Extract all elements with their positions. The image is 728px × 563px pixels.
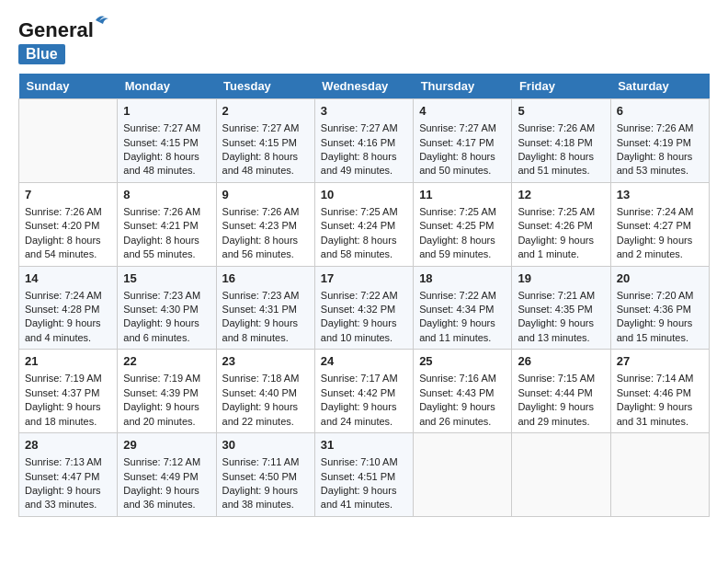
calendar-cell: 27Sunrise: 7:14 AMSunset: 4:46 PMDayligh… xyxy=(610,350,709,433)
weekday-header-wednesday: Wednesday xyxy=(314,74,413,99)
calendar-cell: 14Sunrise: 7:24 AMSunset: 4:28 PMDayligh… xyxy=(19,266,118,350)
day-info: Sunset: 4:44 PM xyxy=(518,386,604,400)
day-info: Sunrise: 7:21 AM xyxy=(518,289,604,303)
calendar-cell: 10Sunrise: 7:25 AMSunset: 4:24 PMDayligh… xyxy=(314,182,413,266)
day-info: and 55 minutes. xyxy=(123,247,210,261)
day-number: 16 xyxy=(222,270,309,287)
day-info: and 33 minutes. xyxy=(25,498,111,511)
calendar-header-row: SundayMondayTuesdayWednesdayThursdayFrid… xyxy=(19,74,710,99)
day-info: Daylight: 9 hours xyxy=(25,316,111,330)
day-info: and 6 minutes. xyxy=(123,331,210,345)
day-info: and 58 minutes. xyxy=(321,247,407,261)
calendar-cell: 17Sunrise: 7:22 AMSunset: 4:32 PMDayligh… xyxy=(314,266,413,350)
day-info: and 8 minutes. xyxy=(222,331,309,345)
calendar-cell: 23Sunrise: 7:18 AMSunset: 4:40 PMDayligh… xyxy=(216,350,314,433)
day-info: Daylight: 8 hours xyxy=(222,234,309,247)
logo-blue-text: Blue xyxy=(26,46,58,62)
day-info: Sunrise: 7:20 AM xyxy=(617,289,703,303)
day-info: Sunset: 4:32 PM xyxy=(321,303,407,316)
day-info: and 1 minute. xyxy=(518,247,604,261)
calendar-cell: 8Sunrise: 7:26 AMSunset: 4:21 PMDaylight… xyxy=(118,182,216,266)
day-info: Daylight: 9 hours xyxy=(222,484,309,498)
day-number: 21 xyxy=(25,353,111,370)
calendar-cell: 22Sunrise: 7:19 AMSunset: 4:39 PMDayligh… xyxy=(118,350,216,433)
day-info: Sunset: 4:24 PM xyxy=(321,219,407,233)
calendar-cell: 20Sunrise: 7:20 AMSunset: 4:36 PMDayligh… xyxy=(610,266,709,350)
day-info: Sunrise: 7:23 AM xyxy=(222,289,309,303)
day-info: and 56 minutes. xyxy=(222,247,309,261)
day-info: Sunrise: 7:22 AM xyxy=(419,289,506,303)
day-info: Sunset: 4:20 PM xyxy=(25,219,111,233)
day-info: Daylight: 8 hours xyxy=(419,234,506,247)
calendar-cell xyxy=(19,99,118,183)
day-info: Daylight: 9 hours xyxy=(419,400,506,414)
day-info: and 53 minutes. xyxy=(617,164,703,178)
day-info: Daylight: 8 hours xyxy=(617,150,703,164)
day-info: Daylight: 9 hours xyxy=(321,400,407,414)
day-info: Sunset: 4:16 PM xyxy=(321,136,407,150)
day-info: Sunrise: 7:25 AM xyxy=(321,205,407,219)
day-info: and 38 minutes. xyxy=(222,498,309,511)
day-info: Daylight: 9 hours xyxy=(123,316,210,330)
day-number: 11 xyxy=(419,187,506,203)
day-info: Daylight: 9 hours xyxy=(25,484,111,498)
day-info: Sunrise: 7:16 AM xyxy=(419,372,506,385)
day-info: Sunset: 4:50 PM xyxy=(222,470,309,484)
day-info: Sunset: 4:36 PM xyxy=(617,303,703,316)
calendar-cell: 12Sunrise: 7:25 AMSunset: 4:26 PMDayligh… xyxy=(512,182,610,266)
day-number: 19 xyxy=(518,270,604,287)
day-info: and 24 minutes. xyxy=(321,415,407,429)
calendar-cell: 1Sunrise: 7:27 AMSunset: 4:15 PMDaylight… xyxy=(118,99,216,183)
weekday-header-saturday: Saturday xyxy=(610,74,709,99)
day-info: Daylight: 9 hours xyxy=(617,316,703,330)
day-info: Sunrise: 7:18 AM xyxy=(222,372,309,385)
day-info: Sunrise: 7:17 AM xyxy=(321,372,407,385)
weekday-header-thursday: Thursday xyxy=(414,74,512,99)
logo-wordmark: General xyxy=(18,18,94,42)
day-info: and 20 minutes. xyxy=(123,415,210,429)
day-info: Sunrise: 7:27 AM xyxy=(419,121,506,135)
logo-general: General xyxy=(18,18,94,41)
day-info: Sunrise: 7:19 AM xyxy=(25,372,111,385)
day-info: and 48 minutes. xyxy=(123,164,210,178)
logo-bird-icon xyxy=(92,11,110,29)
day-info: Daylight: 9 hours xyxy=(518,400,604,414)
calendar-cell: 19Sunrise: 7:21 AMSunset: 4:35 PMDayligh… xyxy=(512,266,610,350)
day-info: Daylight: 9 hours xyxy=(518,234,604,247)
day-info: Sunrise: 7:26 AM xyxy=(617,121,703,135)
day-info: Sunrise: 7:26 AM xyxy=(222,205,309,219)
day-info: Sunset: 4:30 PM xyxy=(123,303,210,316)
day-info: Sunrise: 7:27 AM xyxy=(123,121,210,135)
calendar-cell: 3Sunrise: 7:27 AMSunset: 4:16 PMDaylight… xyxy=(314,99,413,183)
day-info: Sunrise: 7:27 AM xyxy=(321,121,407,135)
day-info: Daylight: 9 hours xyxy=(222,316,309,330)
day-info: and 15 minutes. xyxy=(617,331,703,345)
calendar-week-5: 28Sunrise: 7:13 AMSunset: 4:47 PMDayligh… xyxy=(19,433,710,517)
day-info: Daylight: 8 hours xyxy=(518,150,604,164)
day-info: Daylight: 8 hours xyxy=(321,234,407,247)
day-number: 10 xyxy=(321,187,407,203)
day-number: 30 xyxy=(222,437,309,454)
day-number: 6 xyxy=(617,103,703,120)
calendar-cell: 28Sunrise: 7:13 AMSunset: 4:47 PMDayligh… xyxy=(19,433,118,517)
day-info: Sunrise: 7:15 AM xyxy=(518,372,604,385)
day-info: Sunset: 4:15 PM xyxy=(222,136,309,150)
day-info: Sunrise: 7:24 AM xyxy=(617,205,703,219)
calendar-cell: 13Sunrise: 7:24 AMSunset: 4:27 PMDayligh… xyxy=(610,182,709,266)
calendar-week-2: 7Sunrise: 7:26 AMSunset: 4:20 PMDaylight… xyxy=(19,182,710,266)
day-info: Sunset: 4:34 PM xyxy=(419,303,506,316)
day-number: 22 xyxy=(123,353,210,370)
day-info: Sunrise: 7:26 AM xyxy=(25,205,111,219)
day-number: 25 xyxy=(419,353,506,370)
day-number: 3 xyxy=(321,103,407,120)
weekday-header-friday: Friday xyxy=(512,74,610,99)
day-info: and 26 minutes. xyxy=(419,415,506,429)
day-info: Daylight: 9 hours xyxy=(617,400,703,414)
day-info: Sunrise: 7:25 AM xyxy=(419,205,506,219)
day-info: and 11 minutes. xyxy=(419,331,506,345)
day-info: Sunset: 4:28 PM xyxy=(25,303,111,316)
day-info: and 36 minutes. xyxy=(123,498,210,511)
day-number: 7 xyxy=(25,187,111,203)
day-info: and 54 minutes. xyxy=(25,247,111,261)
day-info: Daylight: 9 hours xyxy=(123,484,210,498)
